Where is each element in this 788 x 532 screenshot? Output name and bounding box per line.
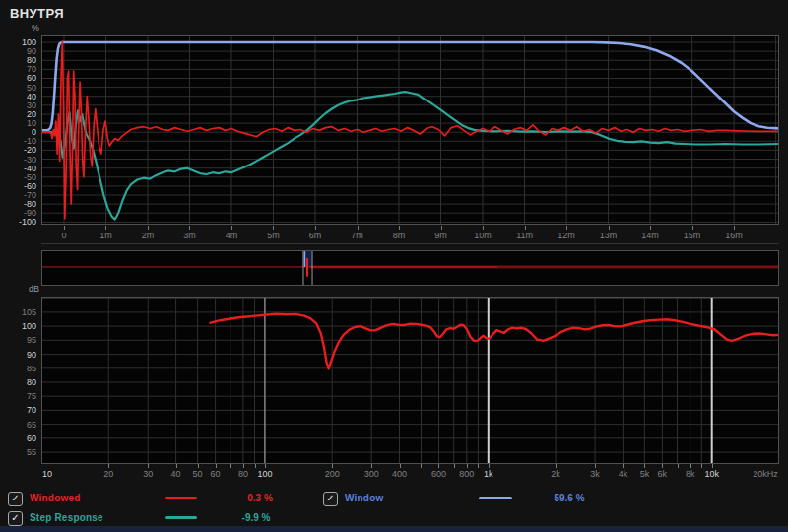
impulse-overview-strip[interactable] (41, 250, 779, 286)
overview-canvas[interactable] (41, 250, 779, 286)
axis-tick-mark (148, 464, 149, 468)
top-chart-xtick-label: 1m (86, 231, 125, 240)
axis-tick-mark (692, 226, 693, 230)
windowed-value: 0.3 % (230, 492, 290, 505)
axis-tick-mark (734, 226, 735, 230)
top-chart-xtick-label: 14m (630, 231, 670, 240)
axis-tick-mark (332, 464, 333, 468)
axis-tick-mark (467, 464, 468, 468)
bottom-chart-ytick-label: 95 (0, 336, 36, 345)
step-response-value: -9.9 % (227, 511, 286, 525)
axis-tick-mark (483, 226, 484, 230)
checkbox-check-icon: ✓ (326, 493, 334, 503)
top-chart-xtick-label: 13m (589, 231, 628, 240)
top-chart-xtick-label: 6m (296, 231, 335, 240)
axis-tick-mark (198, 464, 199, 468)
window-line-swatch (479, 497, 512, 499)
checkbox-check-icon: ✓ (11, 493, 19, 503)
axis-tick-mark (478, 464, 479, 468)
step-response-line-swatch (165, 516, 197, 519)
axis-tick-mark (421, 464, 422, 468)
window-legend-label[interactable]: Window (345, 492, 383, 505)
bottom-chart-ytick-label: 105 (0, 308, 36, 317)
bottom-chart-xtick-label: 10k (692, 469, 732, 479)
axis-tick-mark (243, 464, 244, 468)
top-chart-x-axis: 01m2m3m4m5m6m7m8m9m10m11m12m13m14m15m16m (41, 226, 779, 243)
axis-tick-mark (701, 464, 702, 468)
windowed-line-swatch (165, 497, 197, 499)
top-chart-xtick-label: 8m (379, 231, 419, 240)
axis-tick-mark (525, 226, 526, 230)
axis-tick-mark (400, 464, 401, 468)
axis-tick-mark (64, 226, 65, 230)
bottom-chart-xtick-label: 400 (380, 469, 420, 479)
axis-tick-mark (690, 464, 691, 468)
axis-tick-mark (662, 464, 663, 468)
windowed-legend-label[interactable]: Windowed (30, 492, 81, 505)
axis-tick-mark (438, 464, 439, 468)
top-chart-canvas[interactable] (41, 35, 779, 225)
bottom-chart-ytick-label: 80 (0, 378, 36, 387)
axis-tick-mark (644, 464, 645, 468)
axis-tick-mark (315, 226, 316, 230)
axis-tick-mark (216, 464, 217, 468)
axis-tick-mark (623, 464, 624, 468)
axis-tick-mark (358, 226, 359, 230)
top-chart[interactable] (41, 35, 779, 225)
top-chart-xtick-label: 5m (253, 231, 293, 240)
bottom-chart-ytick-label: 60 (0, 434, 36, 443)
bottom-chart-ytick-label: 90 (0, 351, 36, 360)
axis-tick-mark (108, 464, 109, 468)
top-chart-xtick-label: 12m (547, 231, 586, 240)
top-chart-xtick-label: 0 (44, 231, 84, 240)
bottom-chart-xtick-label: 10 (28, 469, 67, 479)
axis-tick-mark (105, 226, 106, 230)
axis-tick-mark (371, 464, 372, 468)
axis-tick-mark (176, 464, 177, 468)
axis-tick-mark (712, 464, 713, 468)
top-chart-xtick-label: 11m (505, 231, 545, 240)
axis-tick-mark (609, 226, 610, 230)
bottom-chart-xtick-label: 20 (89, 469, 128, 479)
bottom-chart-ytick-label: 65 (0, 421, 36, 430)
step-response-checkbox[interactable]: ✓ (8, 511, 23, 526)
axis-tick-mark (273, 226, 274, 230)
axis-tick-mark (231, 226, 232, 230)
top-chart-xtick-label: 2m (128, 231, 167, 240)
axis-tick-mark (595, 464, 596, 468)
axis-tick-mark (678, 464, 679, 468)
bottom-chart-x-axis: 102030405060801002003004006008001k2k3k4k… (41, 464, 779, 482)
bottom-chart-ytick-label: 75 (0, 392, 36, 401)
axis-tick-mark (399, 226, 400, 230)
step-response-legend-label[interactable]: Step Response (30, 511, 103, 525)
top-chart-xtick-label: 4m (212, 231, 251, 240)
bottom-chart-xtick-label: 100 (245, 469, 285, 479)
axis-tick-mark (189, 226, 190, 230)
bottom-chart-xtick-label: 1k (469, 469, 508, 479)
top-chart-xtick-label: 15m (673, 231, 712, 240)
bottom-chart-canvas[interactable] (41, 297, 779, 464)
axis-tick-mark (255, 464, 256, 468)
top-chart-xtick-label: 7m (338, 231, 377, 240)
bottom-chart-ytick-label: 70 (0, 406, 36, 415)
axis-tick-mark (148, 226, 149, 230)
axis-tick-mark (230, 464, 231, 468)
bottom-chart[interactable] (41, 297, 779, 464)
axis-tick-mark (265, 464, 266, 468)
bottom-accent-bar (0, 526, 788, 532)
bottom-chart-y-axis: 105100959085807570656055 (0, 0, 39, 473)
axis-separator-line (41, 243, 779, 244)
window-value: 59.6 % (540, 492, 599, 505)
bottom-chart-ytick-label: 85 (0, 365, 36, 373)
axis-tick-mark (556, 464, 557, 468)
checkbox-check-icon: ✓ (11, 512, 19, 523)
axis-tick-mark (650, 226, 651, 230)
bottom-chart-ytick-label: 55 (0, 448, 36, 457)
window-checkbox[interactable]: ✓ (323, 492, 338, 506)
top-chart-xtick-label: 16m (714, 231, 754, 240)
windowed-checkbox[interactable]: ✓ (8, 492, 23, 506)
top-chart-xtick-label: 10m (463, 231, 502, 240)
bottom-chart-ytick-label: 100 (0, 322, 36, 331)
axis-tick-mark (454, 464, 455, 468)
top-chart-xtick-label: 3m (169, 231, 209, 240)
